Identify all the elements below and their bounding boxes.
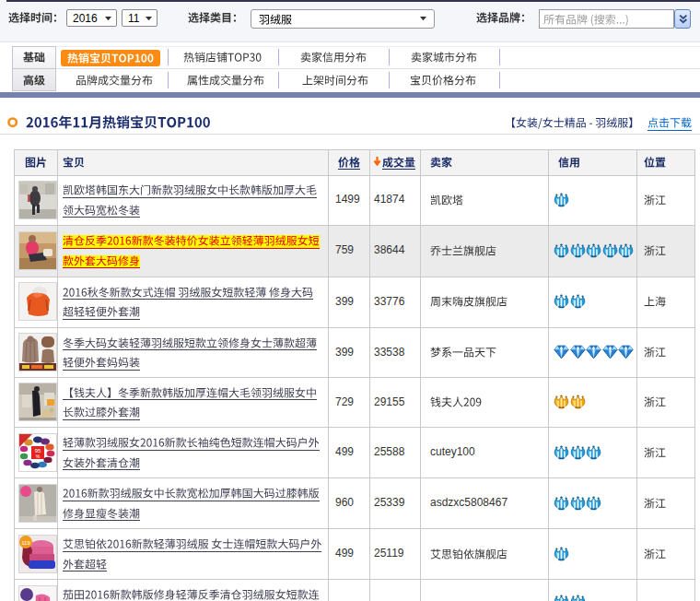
svg-text:%: % bbox=[35, 454, 40, 459]
svg-text:119: 119 bbox=[21, 539, 30, 545]
